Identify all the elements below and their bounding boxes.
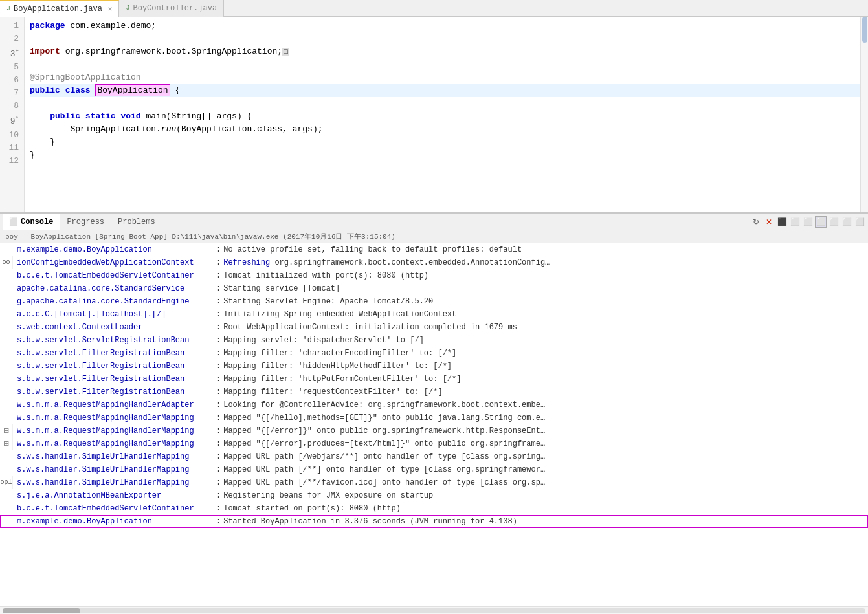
- code-line-3: import org.springframework.boot.SpringAp…: [30, 45, 863, 58]
- console-output[interactable]: m.example.demo.BoyApplication : No activ…: [0, 243, 868, 606]
- tab-progress-label: Progress: [67, 217, 104, 226]
- console-stop-btn[interactable]: ⬛: [776, 216, 788, 228]
- row-class-3: apache.catalina.core.StandardService: [13, 282, 214, 295]
- tab-boy-controller[interactable]: J BoyController.java: [119, 0, 224, 17]
- console-terminate-btn[interactable]: ✕: [763, 216, 775, 228]
- row-gutter-18: opl: [0, 476, 13, 489]
- row-class-12: w.s.m.m.a.RequestMappingHandlerAdapter: [13, 399, 214, 411]
- row-message-20: Tomcat started on port(s): 8080 (http): [223, 502, 868, 515]
- console-row-4: g.apache.catalina.core.StandardEngine : …: [0, 295, 868, 308]
- console-btn4[interactable]: ⬜: [789, 216, 801, 228]
- tab-boy-controller-label: BoyController.java: [133, 4, 217, 13]
- editor-area: J BoyApplication.java ✕ J BoyController.…: [0, 0, 868, 214]
- console-row-21: m.example.demo.BoyApplication : Started …: [0, 515, 868, 528]
- row-class-14: w.s.m.m.a.RequestMappingHandlerMapping: [13, 424, 214, 437]
- code-line-11: }: [30, 136, 863, 149]
- row-message-21: Started BoyApplication in 3.376 seconds …: [223, 515, 868, 528]
- row-class-21: m.example.demo.BoyApplication: [13, 515, 214, 528]
- row-class-18: s.w.s.handler.SimpleUrlHandlerMapping: [13, 476, 214, 489]
- console-row-18: opl s.w.s.handler.SimpleUrlHandlerMappin…: [0, 476, 868, 489]
- java-file-icon2: J: [126, 5, 129, 12]
- console-row-16: s.w.s.handler.SimpleUrlHandlerMapping : …: [0, 450, 868, 463]
- console-row-2: b.c.e.t.TomcatEmbeddedServletContainer :…: [0, 269, 868, 282]
- tab-problems-label: Problems: [118, 217, 155, 226]
- editor-scrollbar[interactable]: [860, 17, 868, 214]
- row-message-12: Looking for @ControllerAdvice: org.sprin…: [223, 399, 868, 411]
- tab-progress[interactable]: Progress: [60, 214, 111, 230]
- row-message-5: Initializing Spring embedded WebApplicat…: [223, 308, 868, 321]
- row-class-6: s.web.context.ContextLoader: [13, 321, 214, 334]
- console-btn7[interactable]: ⬜: [828, 216, 840, 228]
- row-class-9: s.b.w.servlet.FilterRegistrationBean: [13, 360, 214, 373]
- console-row-8: s.b.w.servlet.FilterRegistrationBean : M…: [0, 347, 868, 360]
- bottom-scrollbar[interactable]: [0, 606, 868, 614]
- row-colon-17: :: [214, 463, 223, 476]
- row-message-10: Mapping filter: 'httpPutFormContentFilte…: [223, 373, 868, 386]
- console-refresh-btn[interactable]: ↻: [750, 216, 762, 228]
- tab-close-icon[interactable]: ✕: [108, 5, 113, 13]
- row-colon-21: :: [214, 515, 223, 528]
- row-message-16: Mapped URL path [/webjars/**] onto handl…: [223, 450, 868, 463]
- row-colon-10: :: [214, 373, 223, 386]
- row-class-1: ionConfigEmbeddedWebApplicationContext: [13, 256, 214, 269]
- row-colon-1: :: [214, 256, 223, 269]
- editor-tab-bar: J BoyApplication.java ✕ J BoyController.…: [0, 0, 868, 17]
- row-colon-7: :: [214, 334, 223, 347]
- code-content[interactable]: package com.example.demo; import org.spr…: [25, 17, 868, 214]
- console-row-9: s.b.w.servlet.FilterRegistrationBean : M…: [0, 360, 868, 373]
- console-row-12: w.s.m.m.a.RequestMappingHandlerAdapter :…: [0, 399, 868, 411]
- code-area: 1 2 3+ 5 6 7 8 9° 10 11 12 package com.e…: [0, 17, 868, 214]
- console-info-bar: boy - BoyApplication [Spring Boot App] D…: [0, 230, 868, 243]
- tab-boy-application[interactable]: J BoyApplication.java ✕: [0, 0, 119, 17]
- console-row-0: m.example.demo.BoyApplication : No activ…: [0, 243, 868, 256]
- code-line-10: SpringApplication.run(BoyApplication.cla…: [30, 123, 863, 136]
- row-class-8: s.b.w.servlet.FilterRegistrationBean: [13, 347, 214, 360]
- line-numbers: 1 2 3+ 5 6 7 8 9° 10 11 12: [0, 17, 25, 214]
- ln12: 12: [5, 155, 19, 168]
- row-message-17: Mapped URL path [/**] onto handler of ty…: [223, 463, 868, 476]
- row-class-17: s.w.s.handler.SimpleUrlHandlerMapping: [13, 463, 214, 476]
- row-class-15: w.s.m.m.a.RequestMappingHandlerMapping: [13, 437, 214, 450]
- row-class-19: s.j.e.a.AnnotationMBeanExporter: [13, 489, 214, 502]
- tab-console-label: Console: [21, 217, 53, 226]
- console-row-14: ⊟ w.s.m.m.a.RequestMappingHandlerMapping…: [0, 424, 868, 437]
- row-class-20: b.c.e.t.TomcatEmbeddedServletContainer: [13, 502, 214, 515]
- console-row-1: oo ionConfigEmbeddedWebApplicationContex…: [0, 256, 868, 269]
- console-row-11: s.b.w.servlet.FilterRegistrationBean : M…: [0, 386, 868, 399]
- ln7: 7: [5, 87, 19, 100]
- row-class-5: a.c.c.C.[Tomcat].[localhost].[/]: [13, 308, 214, 321]
- tab-boy-application-label: BoyApplication.java: [14, 5, 102, 14]
- row-message-0: No active profile set, falling back to d…: [223, 243, 868, 256]
- bottom-scroll-track: [3, 608, 865, 613]
- ln5: 5: [5, 61, 19, 74]
- bottom-panel: ⬜ Console Progress Problems ↻ ✕ ⬛ ⬜ ⬜ ⬜ …: [0, 214, 868, 614]
- code-line-9: public static void main(String[] args) {: [30, 110, 863, 123]
- ln2: 2: [5, 32, 19, 45]
- ln8: 8: [5, 100, 19, 113]
- row-gutter-15: ⊞: [0, 437, 13, 450]
- row-message-11: Mapping filter: 'requestContextFilter' t…: [223, 386, 868, 399]
- row-class-16: s.w.s.handler.SimpleUrlHandlerMapping: [13, 450, 214, 463]
- row-colon-11: :: [214, 386, 223, 399]
- row-message-6: Root WebApplicationContext: initializati…: [223, 321, 868, 334]
- row-colon-19: :: [214, 489, 223, 502]
- row-colon-2: :: [214, 269, 223, 282]
- code-line-6: @SpringBootApplication: [30, 71, 863, 84]
- tab-console[interactable]: ⬜ Console: [3, 214, 60, 230]
- console-toolbar: ↻ ✕ ⬛ ⬜ ⬜ ⬜ ⬜ ⬜ ⬜: [750, 214, 865, 230]
- tab-problems[interactable]: Problems: [111, 214, 162, 230]
- console-btn8[interactable]: ⬜: [841, 216, 852, 228]
- console-row-15: ⊞ w.s.m.m.a.RequestMappingHandlerMapping…: [0, 437, 868, 450]
- console-btn6[interactable]: ⬜: [815, 216, 827, 228]
- console-btn5[interactable]: ⬜: [802, 216, 814, 228]
- console-btn9[interactable]: ⬜: [854, 216, 865, 228]
- row-message-8: Mapping filter: 'characterEncodingFilter…: [223, 347, 868, 360]
- code-line-1: package com.example.demo;: [30, 19, 863, 32]
- row-colon-15: :: [214, 437, 223, 450]
- row-class-7: s.b.w.servlet.ServletRegistrationBean: [13, 334, 214, 347]
- row-message-4: Starting Servlet Engine: Apache Tomcat/8…: [223, 295, 868, 308]
- console-row-6: s.web.context.ContextLoader : Root WebAp…: [0, 321, 868, 334]
- console-row-10: s.b.w.servlet.FilterRegistrationBean : M…: [0, 373, 868, 386]
- ln10: 10: [5, 129, 19, 142]
- ln9: 9°: [5, 113, 19, 128]
